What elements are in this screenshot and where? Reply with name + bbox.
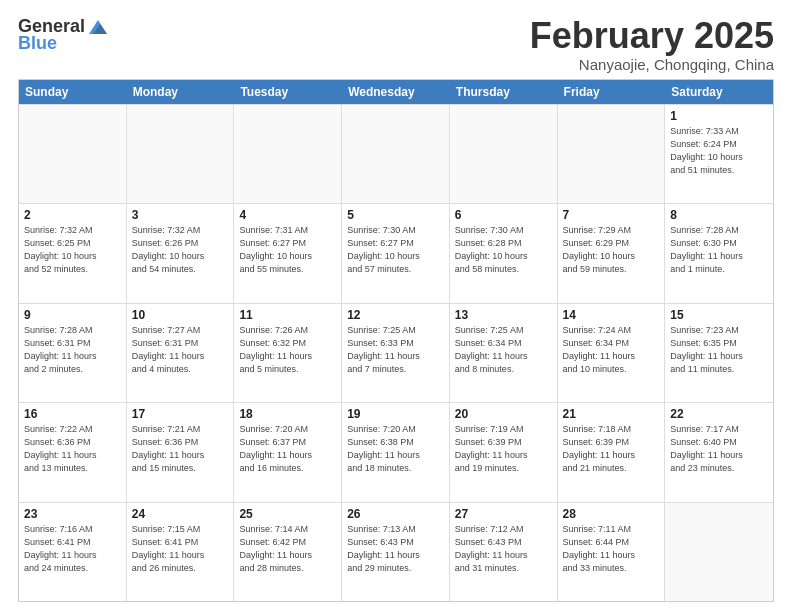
day-cell-23: 23Sunrise: 7:16 AM Sunset: 6:41 PM Dayli… xyxy=(19,503,127,601)
logo: General Blue xyxy=(18,16,109,54)
empty-cell xyxy=(450,105,558,203)
day-number: 13 xyxy=(455,308,552,322)
day-number: 6 xyxy=(455,208,552,222)
day-info: Sunrise: 7:30 AM Sunset: 6:27 PM Dayligh… xyxy=(347,224,444,276)
header: General Blue February 2025 Nanyaojie, Ch… xyxy=(18,16,774,73)
day-cell-21: 21Sunrise: 7:18 AM Sunset: 6:39 PM Dayli… xyxy=(558,403,666,501)
day-info: Sunrise: 7:32 AM Sunset: 6:25 PM Dayligh… xyxy=(24,224,121,276)
day-number: 23 xyxy=(24,507,121,521)
calendar-row-5: 23Sunrise: 7:16 AM Sunset: 6:41 PM Dayli… xyxy=(19,502,773,601)
header-day-wednesday: Wednesday xyxy=(342,80,450,104)
header-day-monday: Monday xyxy=(127,80,235,104)
day-info: Sunrise: 7:12 AM Sunset: 6:43 PM Dayligh… xyxy=(455,523,552,575)
page: General Blue February 2025 Nanyaojie, Ch… xyxy=(0,0,792,612)
day-cell-4: 4Sunrise: 7:31 AM Sunset: 6:27 PM Daylig… xyxy=(234,204,342,302)
day-info: Sunrise: 7:28 AM Sunset: 6:31 PM Dayligh… xyxy=(24,324,121,376)
day-number: 4 xyxy=(239,208,336,222)
logo-icon xyxy=(87,16,109,38)
empty-cell xyxy=(558,105,666,203)
day-cell-11: 11Sunrise: 7:26 AM Sunset: 6:32 PM Dayli… xyxy=(234,304,342,402)
day-info: Sunrise: 7:22 AM Sunset: 6:36 PM Dayligh… xyxy=(24,423,121,475)
day-cell-22: 22Sunrise: 7:17 AM Sunset: 6:40 PM Dayli… xyxy=(665,403,773,501)
month-title: February 2025 xyxy=(530,16,774,56)
day-number: 19 xyxy=(347,407,444,421)
day-cell-28: 28Sunrise: 7:11 AM Sunset: 6:44 PM Dayli… xyxy=(558,503,666,601)
day-info: Sunrise: 7:21 AM Sunset: 6:36 PM Dayligh… xyxy=(132,423,229,475)
day-cell-15: 15Sunrise: 7:23 AM Sunset: 6:35 PM Dayli… xyxy=(665,304,773,402)
location-subtitle: Nanyaojie, Chongqing, China xyxy=(530,56,774,73)
day-info: Sunrise: 7:25 AM Sunset: 6:33 PM Dayligh… xyxy=(347,324,444,376)
calendar-row-2: 2Sunrise: 7:32 AM Sunset: 6:25 PM Daylig… xyxy=(19,203,773,302)
day-info: Sunrise: 7:30 AM Sunset: 6:28 PM Dayligh… xyxy=(455,224,552,276)
calendar-body: 1Sunrise: 7:33 AM Sunset: 6:24 PM Daylig… xyxy=(19,104,773,601)
day-cell-24: 24Sunrise: 7:15 AM Sunset: 6:41 PM Dayli… xyxy=(127,503,235,601)
day-info: Sunrise: 7:32 AM Sunset: 6:26 PM Dayligh… xyxy=(132,224,229,276)
day-number: 20 xyxy=(455,407,552,421)
day-number: 15 xyxy=(670,308,768,322)
day-info: Sunrise: 7:14 AM Sunset: 6:42 PM Dayligh… xyxy=(239,523,336,575)
header-day-tuesday: Tuesday xyxy=(234,80,342,104)
day-cell-12: 12Sunrise: 7:25 AM Sunset: 6:33 PM Dayli… xyxy=(342,304,450,402)
calendar: SundayMondayTuesdayWednesdayThursdayFrid… xyxy=(18,79,774,602)
day-cell-27: 27Sunrise: 7:12 AM Sunset: 6:43 PM Dayli… xyxy=(450,503,558,601)
day-number: 26 xyxy=(347,507,444,521)
day-cell-5: 5Sunrise: 7:30 AM Sunset: 6:27 PM Daylig… xyxy=(342,204,450,302)
day-info: Sunrise: 7:19 AM Sunset: 6:39 PM Dayligh… xyxy=(455,423,552,475)
day-number: 14 xyxy=(563,308,660,322)
day-number: 9 xyxy=(24,308,121,322)
day-number: 8 xyxy=(670,208,768,222)
day-cell-1: 1Sunrise: 7:33 AM Sunset: 6:24 PM Daylig… xyxy=(665,105,773,203)
empty-cell xyxy=(342,105,450,203)
day-info: Sunrise: 7:29 AM Sunset: 6:29 PM Dayligh… xyxy=(563,224,660,276)
empty-cell xyxy=(665,503,773,601)
day-number: 17 xyxy=(132,407,229,421)
day-info: Sunrise: 7:33 AM Sunset: 6:24 PM Dayligh… xyxy=(670,125,768,177)
day-info: Sunrise: 7:27 AM Sunset: 6:31 PM Dayligh… xyxy=(132,324,229,376)
day-number: 12 xyxy=(347,308,444,322)
day-cell-13: 13Sunrise: 7:25 AM Sunset: 6:34 PM Dayli… xyxy=(450,304,558,402)
header-day-thursday: Thursday xyxy=(450,80,558,104)
day-info: Sunrise: 7:17 AM Sunset: 6:40 PM Dayligh… xyxy=(670,423,768,475)
day-number: 11 xyxy=(239,308,336,322)
day-info: Sunrise: 7:25 AM Sunset: 6:34 PM Dayligh… xyxy=(455,324,552,376)
logo-text-blue: Blue xyxy=(18,34,57,54)
day-info: Sunrise: 7:15 AM Sunset: 6:41 PM Dayligh… xyxy=(132,523,229,575)
day-cell-8: 8Sunrise: 7:28 AM Sunset: 6:30 PM Daylig… xyxy=(665,204,773,302)
day-number: 3 xyxy=(132,208,229,222)
empty-cell xyxy=(19,105,127,203)
day-cell-25: 25Sunrise: 7:14 AM Sunset: 6:42 PM Dayli… xyxy=(234,503,342,601)
day-number: 22 xyxy=(670,407,768,421)
calendar-header: SundayMondayTuesdayWednesdayThursdayFrid… xyxy=(19,80,773,104)
day-number: 18 xyxy=(239,407,336,421)
day-number: 27 xyxy=(455,507,552,521)
day-cell-3: 3Sunrise: 7:32 AM Sunset: 6:26 PM Daylig… xyxy=(127,204,235,302)
day-number: 7 xyxy=(563,208,660,222)
empty-cell xyxy=(234,105,342,203)
day-cell-7: 7Sunrise: 7:29 AM Sunset: 6:29 PM Daylig… xyxy=(558,204,666,302)
header-day-sunday: Sunday xyxy=(19,80,127,104)
day-info: Sunrise: 7:13 AM Sunset: 6:43 PM Dayligh… xyxy=(347,523,444,575)
day-number: 16 xyxy=(24,407,121,421)
day-cell-9: 9Sunrise: 7:28 AM Sunset: 6:31 PM Daylig… xyxy=(19,304,127,402)
day-info: Sunrise: 7:28 AM Sunset: 6:30 PM Dayligh… xyxy=(670,224,768,276)
day-number: 2 xyxy=(24,208,121,222)
day-cell-18: 18Sunrise: 7:20 AM Sunset: 6:37 PM Dayli… xyxy=(234,403,342,501)
day-info: Sunrise: 7:18 AM Sunset: 6:39 PM Dayligh… xyxy=(563,423,660,475)
day-cell-17: 17Sunrise: 7:21 AM Sunset: 6:36 PM Dayli… xyxy=(127,403,235,501)
day-info: Sunrise: 7:31 AM Sunset: 6:27 PM Dayligh… xyxy=(239,224,336,276)
day-number: 1 xyxy=(670,109,768,123)
day-number: 28 xyxy=(563,507,660,521)
header-day-friday: Friday xyxy=(558,80,666,104)
day-info: Sunrise: 7:20 AM Sunset: 6:38 PM Dayligh… xyxy=(347,423,444,475)
day-info: Sunrise: 7:16 AM Sunset: 6:41 PM Dayligh… xyxy=(24,523,121,575)
day-number: 24 xyxy=(132,507,229,521)
day-cell-20: 20Sunrise: 7:19 AM Sunset: 6:39 PM Dayli… xyxy=(450,403,558,501)
day-number: 10 xyxy=(132,308,229,322)
calendar-row-3: 9Sunrise: 7:28 AM Sunset: 6:31 PM Daylig… xyxy=(19,303,773,402)
calendar-row-4: 16Sunrise: 7:22 AM Sunset: 6:36 PM Dayli… xyxy=(19,402,773,501)
empty-cell xyxy=(127,105,235,203)
title-block: February 2025 Nanyaojie, Chongqing, Chin… xyxy=(530,16,774,73)
header-day-saturday: Saturday xyxy=(665,80,773,104)
day-cell-2: 2Sunrise: 7:32 AM Sunset: 6:25 PM Daylig… xyxy=(19,204,127,302)
calendar-row-1: 1Sunrise: 7:33 AM Sunset: 6:24 PM Daylig… xyxy=(19,104,773,203)
